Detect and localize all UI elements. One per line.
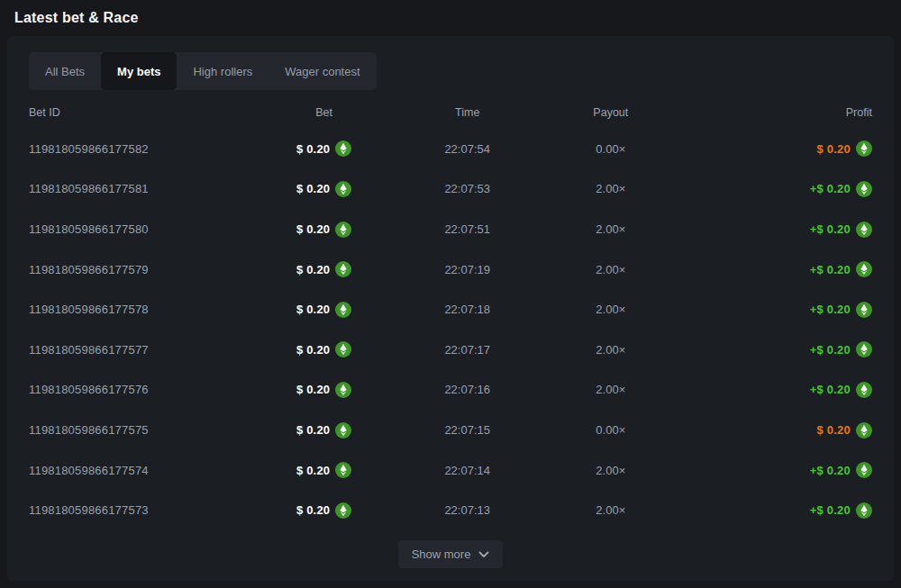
- column-header-bet: Bet: [265, 106, 383, 119]
- table-row[interactable]: 119818059866177578 $ 0.20 22:07:18 2.00×…: [22, 289, 879, 330]
- profit-amount: +$ 0.20: [810, 503, 851, 517]
- eth-coin-icon: [856, 462, 872, 478]
- bet-amount: $ 0.20: [296, 343, 330, 357]
- eth-coin-icon: [856, 302, 872, 318]
- bet-id-cell: 119818059866177581: [29, 182, 265, 195]
- table-row[interactable]: 119818059866177581 $ 0.20 22:07:53 2.00×…: [22, 169, 879, 210]
- eth-coin-icon: [856, 422, 872, 439]
- table-footer: Show more: [22, 540, 879, 568]
- payout-cell: 2.00×: [551, 464, 669, 477]
- bet-id-cell: 119818059866177574: [29, 464, 265, 477]
- eth-coin-icon: [856, 261, 872, 277]
- payout-cell: 2.00×: [551, 263, 669, 276]
- eth-coin-icon: [335, 341, 351, 357]
- time-cell: 22:07:51: [383, 222, 551, 236]
- eth-coin-icon: [335, 382, 351, 398]
- latest-bets-panel: All Bets My bets High rollers Wager cont…: [7, 36, 894, 581]
- time-cell: 22:07:53: [383, 182, 551, 195]
- chevron-down-icon: [478, 551, 489, 558]
- eth-coin-icon: [335, 422, 351, 439]
- bet-cell: $ 0.20: [265, 341, 383, 357]
- table-row[interactable]: 119818059866177582 $ 0.20 22:07:54 0.00×…: [22, 129, 879, 169]
- eth-coin-icon: [335, 502, 351, 519]
- bet-amount: $ 0.20: [296, 263, 330, 276]
- profit-cell: +$ 0.20: [669, 181, 872, 197]
- bet-cell: $ 0.20: [265, 181, 383, 197]
- tab-high-rollers[interactable]: High rollers: [177, 52, 268, 90]
- profit-amount: +$ 0.20: [810, 464, 851, 477]
- profit-cell: +$ 0.20: [669, 261, 872, 277]
- eth-coin-icon: [856, 341, 872, 357]
- table-row[interactable]: 119818059866177576 $ 0.20 22:07:16 2.00×…: [22, 370, 879, 411]
- profit-cell: +$ 0.20: [669, 341, 872, 357]
- table-row[interactable]: 119818059866177580 $ 0.20 22:07:51 2.00×…: [22, 209, 879, 249]
- table-row[interactable]: 119818059866177575 $ 0.20 22:07:15 0.00×…: [22, 410, 879, 450]
- bet-id-cell: 119818059866177573: [29, 503, 265, 517]
- time-cell: 22:07:15: [383, 423, 551, 437]
- tab-wager-contest[interactable]: Wager contest: [268, 52, 376, 90]
- table-header-row: Bet ID Bet Time Payout Profit: [22, 95, 879, 129]
- tab-label: Wager contest: [285, 65, 359, 78]
- time-cell: 22:07:14: [383, 464, 551, 477]
- table-row[interactable]: 119818059866177577 $ 0.20 22:07:17 2.00×…: [22, 330, 879, 370]
- payout-cell: 2.00×: [551, 343, 669, 357]
- profit-cell: $ 0.20: [669, 422, 872, 439]
- profit-amount: +$ 0.20: [810, 182, 851, 195]
- table-row[interactable]: 119818059866177579 $ 0.20 22:07:19 2.00×…: [22, 249, 879, 290]
- bet-amount: $ 0.20: [296, 182, 330, 195]
- bet-cell: $ 0.20: [265, 140, 383, 157]
- column-header-profit: Profit: [669, 106, 872, 119]
- tab-label: My bets: [117, 65, 160, 78]
- payout-cell: 2.00×: [551, 182, 669, 195]
- eth-coin-icon: [335, 302, 351, 318]
- column-header-time: Time: [383, 106, 551, 119]
- bet-cell: $ 0.20: [265, 382, 383, 398]
- bet-id-cell: 119818059866177577: [29, 343, 265, 357]
- payout-cell: 0.00×: [551, 142, 669, 156]
- bet-cell: $ 0.20: [265, 462, 383, 478]
- profit-cell: +$ 0.20: [669, 502, 872, 519]
- tab-all-bets[interactable]: All Bets: [29, 52, 101, 90]
- show-more-button[interactable]: Show more: [398, 540, 504, 568]
- tab-label: All Bets: [45, 65, 85, 78]
- payout-cell: 2.00×: [551, 222, 669, 236]
- bet-id-cell: 119818059866177582: [29, 142, 265, 156]
- table-row[interactable]: 119818059866177573 $ 0.20 22:07:13 2.00×…: [22, 490, 879, 530]
- bet-id-cell: 119818059866177579: [29, 263, 265, 276]
- eth-coin-icon: [335, 462, 351, 478]
- profit-amount: $ 0.20: [817, 423, 851, 437]
- bet-id-cell: 119818059866177575: [29, 423, 265, 437]
- eth-coin-icon: [856, 222, 872, 238]
- page-title: Latest bet & Race: [14, 10, 139, 26]
- tab-label: High rollers: [193, 65, 252, 78]
- title-bar: Latest bet & Race: [0, 0, 901, 36]
- time-cell: 22:07:16: [383, 383, 551, 396]
- bet-cell: $ 0.20: [265, 502, 383, 519]
- bet-amount: $ 0.20: [296, 423, 330, 437]
- profit-amount: +$ 0.20: [810, 222, 851, 236]
- show-more-label: Show more: [412, 547, 471, 561]
- bet-amount: $ 0.20: [296, 142, 330, 156]
- profit-cell: +$ 0.20: [669, 302, 872, 318]
- bet-amount: $ 0.20: [296, 303, 330, 316]
- payout-cell: 2.00×: [551, 383, 669, 396]
- eth-coin-icon: [856, 181, 872, 197]
- eth-coin-icon: [856, 382, 872, 398]
- profit-amount: $ 0.20: [817, 142, 851, 156]
- bet-id-cell: 119818059866177580: [29, 222, 265, 236]
- bet-amount: $ 0.20: [296, 464, 330, 477]
- table-row[interactable]: 119818059866177574 $ 0.20 22:07:14 2.00×…: [22, 450, 879, 491]
- column-header-bet-id: Bet ID: [29, 106, 265, 119]
- payout-cell: 0.00×: [551, 423, 669, 437]
- profit-cell: +$ 0.20: [669, 222, 872, 238]
- bet-cell: $ 0.20: [265, 302, 383, 318]
- payout-cell: 2.00×: [551, 303, 669, 316]
- bet-id-cell: 119818059866177576: [29, 383, 265, 396]
- bet-amount: $ 0.20: [296, 383, 330, 396]
- bet-amount: $ 0.20: [296, 222, 330, 236]
- tab-my-bets[interactable]: My bets: [101, 52, 177, 90]
- bet-cell: $ 0.20: [265, 261, 383, 277]
- eth-coin-icon: [856, 140, 872, 157]
- bet-cell: $ 0.20: [265, 422, 383, 439]
- profit-amount: +$ 0.20: [810, 343, 851, 357]
